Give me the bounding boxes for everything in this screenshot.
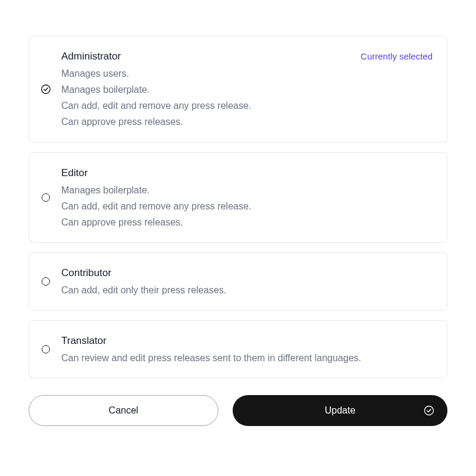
role-option-contributor[interactable]: Contributor Can add, edit only their pre… (29, 252, 447, 311)
cancel-button-label: Cancel (109, 405, 139, 416)
role-body: Contributor Can add, edit only their pre… (61, 265, 433, 298)
role-description: Manages users. Manages boilerplate. Can … (61, 65, 433, 130)
radio-empty-icon (41, 345, 51, 354)
role-option-translator[interactable]: Translator Can review and edit press rel… (29, 320, 447, 378)
role-option-administrator[interactable]: Administrator Currently selected Manages… (29, 36, 447, 143)
role-head: Translator (61, 333, 433, 350)
role-body: Translator Can review and edit press rel… (61, 333, 433, 366)
role-head: Editor (61, 165, 433, 182)
role-title: Translator (61, 333, 107, 350)
radio-empty-icon (41, 193, 51, 202)
role-description: Can review and edit press releases sent … (61, 350, 433, 366)
role-description: Manages boilerplate. Can add, edit and r… (61, 182, 433, 231)
update-button[interactable]: Update (233, 395, 447, 426)
role-body: Administrator Currently selected Manages… (61, 48, 433, 130)
cancel-button[interactable]: Cancel (29, 395, 218, 426)
role-title: Editor (61, 165, 87, 182)
role-title: Administrator (61, 48, 121, 65)
role-body: Editor Manages boilerplate. Can add, edi… (61, 165, 433, 230)
check-circle-icon (424, 405, 434, 416)
update-button-label: Update (262, 405, 418, 416)
role-selector: Administrator Currently selected Manages… (0, 0, 476, 426)
role-title: Contributor (61, 265, 111, 282)
action-buttons: Cancel Update (29, 395, 447, 426)
svg-point-0 (42, 85, 50, 93)
svg-point-1 (425, 406, 434, 415)
radio-empty-icon (41, 277, 51, 286)
role-head: Contributor (61, 265, 433, 282)
role-head: Administrator Currently selected (61, 48, 433, 65)
currently-selected-badge: Currently selected (361, 51, 433, 61)
role-description: Can add, edit only their press releases. (61, 282, 433, 298)
role-option-editor[interactable]: Editor Manages boilerplate. Can add, edi… (29, 152, 447, 243)
radio-selected-icon (41, 84, 51, 94)
